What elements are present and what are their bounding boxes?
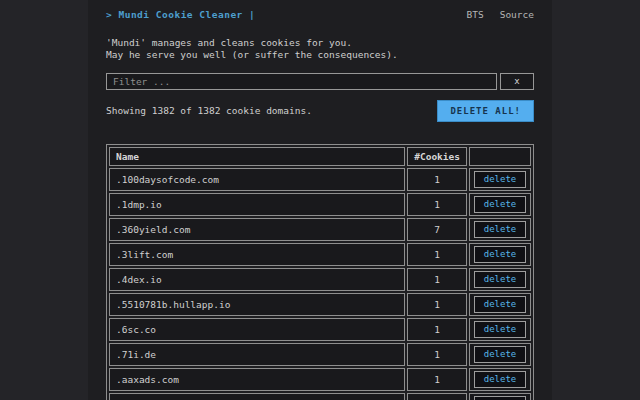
delete-button[interactable]: delete bbox=[474, 371, 526, 388]
intro-text: 'Mundi' manages and cleans cookies for y… bbox=[106, 37, 534, 61]
delete-button[interactable]: delete bbox=[474, 296, 526, 313]
delete-button[interactable]: delete bbox=[474, 196, 526, 213]
intro-line-2: May he serve you well (or suffer the con… bbox=[106, 49, 534, 61]
cookie-table-body: .100daysofcode.com 1 delete .1dmp.io 1 d… bbox=[109, 168, 531, 400]
column-header-action bbox=[469, 147, 531, 166]
domain-cell: .71i.de bbox=[109, 343, 405, 366]
cookie-count-cell: 1 bbox=[407, 318, 467, 341]
table-row: .71i.de 1 delete bbox=[109, 343, 531, 366]
table-row: .aaxads.com 1 delete bbox=[109, 368, 531, 391]
header-bar: > Mundi Cookie Cleaner | BTS Source bbox=[106, 9, 534, 20]
table-row: .5510781b.hullapp.io 1 delete bbox=[109, 293, 531, 316]
delete-cell: delete bbox=[469, 218, 531, 241]
delete-cell: delete bbox=[469, 193, 531, 216]
delete-cell: delete bbox=[469, 168, 531, 191]
column-header-cookies: #Cookies bbox=[407, 147, 467, 166]
delete-all-button[interactable]: DELETE ALL! bbox=[437, 100, 534, 122]
table-row: .3lift.com 1 delete bbox=[109, 243, 531, 266]
cookie-count-cell: 7 bbox=[407, 218, 467, 241]
table-row: .100daysofcode.com 1 delete bbox=[109, 168, 531, 191]
app-title: > Mundi Cookie Cleaner | bbox=[106, 9, 255, 20]
filter-input[interactable] bbox=[106, 73, 497, 90]
delete-cell: delete bbox=[469, 368, 531, 391]
status-row: Showing 1382 of 1382 cookie domains. DEL… bbox=[106, 100, 534, 122]
nav-links: BTS Source bbox=[467, 9, 535, 20]
column-header-name: Name bbox=[109, 147, 405, 166]
domain-cell: .3lift.com bbox=[109, 243, 405, 266]
cookie-count-cell: 7 bbox=[407, 393, 467, 400]
domain-cell: .ably.com bbox=[109, 393, 405, 400]
cookie-count-cell: 1 bbox=[407, 168, 467, 191]
nav-link-bts[interactable]: BTS bbox=[467, 9, 484, 20]
intro-line-1: 'Mundi' manages and cleans cookies for y… bbox=[106, 37, 534, 49]
delete-cell: delete bbox=[469, 343, 531, 366]
delete-button[interactable]: delete bbox=[474, 346, 526, 363]
delete-button[interactable]: delete bbox=[474, 271, 526, 288]
domain-cell: .1dmp.io bbox=[109, 193, 405, 216]
delete-button[interactable]: delete bbox=[474, 321, 526, 338]
cookie-table: Name #Cookies .100daysofcode.com 1 delet… bbox=[106, 144, 534, 400]
filter-row: x bbox=[106, 73, 534, 90]
cookie-count-cell: 1 bbox=[407, 343, 467, 366]
delete-button[interactable]: delete bbox=[474, 396, 526, 400]
table-header-row: Name #Cookies bbox=[109, 147, 531, 166]
cookie-count-cell: 1 bbox=[407, 243, 467, 266]
cookie-table-head: Name #Cookies bbox=[109, 147, 531, 166]
delete-button[interactable]: delete bbox=[474, 246, 526, 263]
domain-cell: .5510781b.hullapp.io bbox=[109, 293, 405, 316]
cookie-count-cell: 1 bbox=[407, 193, 467, 216]
domain-cell: .6sc.co bbox=[109, 318, 405, 341]
delete-button[interactable]: delete bbox=[474, 221, 526, 238]
clear-filter-button[interactable]: x bbox=[500, 73, 534, 90]
cookie-count-cell: 1 bbox=[407, 368, 467, 391]
status-text: Showing 1382 of 1382 cookie domains. bbox=[106, 100, 312, 116]
domain-cell: .100daysofcode.com bbox=[109, 168, 405, 191]
delete-cell: delete bbox=[469, 268, 531, 291]
table-row: .4dex.io 1 delete bbox=[109, 268, 531, 291]
delete-cell: delete bbox=[469, 318, 531, 341]
delete-cell: delete bbox=[469, 393, 531, 400]
nav-link-source[interactable]: Source bbox=[500, 9, 534, 20]
cookie-count-cell: 1 bbox=[407, 293, 467, 316]
extension-popup: > Mundi Cookie Cleaner | BTS Source 'Mun… bbox=[88, 0, 552, 400]
domain-cell: .360yield.com bbox=[109, 218, 405, 241]
table-row: .1dmp.io 1 delete bbox=[109, 193, 531, 216]
cookie-count-cell: 1 bbox=[407, 268, 467, 291]
delete-cell: delete bbox=[469, 293, 531, 316]
domain-cell: .aaxads.com bbox=[109, 368, 405, 391]
delete-button[interactable]: delete bbox=[474, 171, 526, 188]
domain-cell: .4dex.io bbox=[109, 268, 405, 291]
table-row: .ably.com 7 delete bbox=[109, 393, 531, 400]
table-row: .6sc.co 1 delete bbox=[109, 318, 531, 341]
delete-cell: delete bbox=[469, 243, 531, 266]
table-row: .360yield.com 7 delete bbox=[109, 218, 531, 241]
